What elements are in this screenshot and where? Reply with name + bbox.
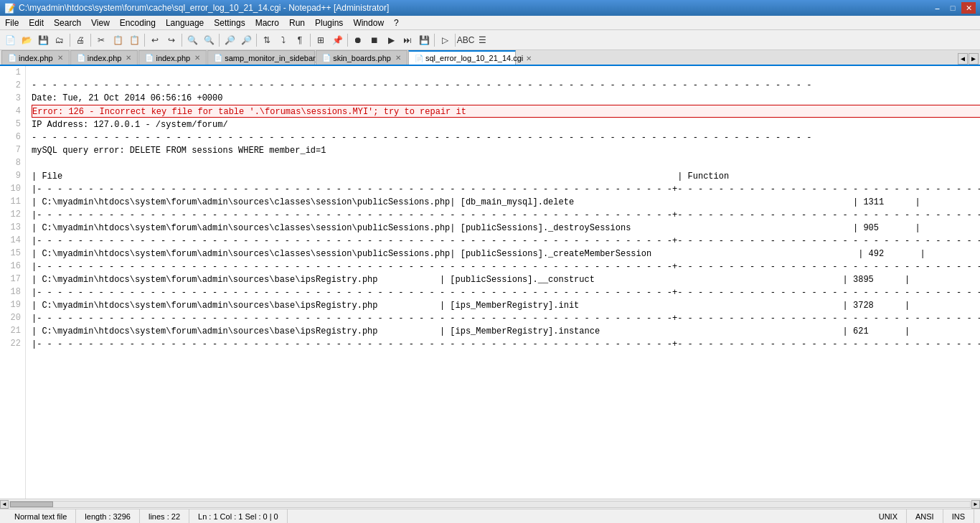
menu-item-edit[interactable]: Edit bbox=[24, 16, 49, 29]
open-button[interactable]: 📂 bbox=[19, 32, 34, 48]
print-button[interactable]: 🖨 bbox=[72, 32, 88, 48]
paste-button[interactable]: 📋 bbox=[126, 32, 142, 48]
tab-icon: 📄 bbox=[8, 54, 17, 62]
macro-stop-button[interactable]: ⏹ bbox=[367, 32, 382, 48]
toolbar-sep-1 bbox=[70, 34, 70, 47]
function-list-button[interactable]: ☰ bbox=[474, 32, 490, 48]
menu-item-encoding[interactable]: Encoding bbox=[115, 16, 161, 29]
macro-run-button[interactable]: ⏭ bbox=[400, 32, 415, 48]
tab-next-button[interactable]: ▶ bbox=[969, 53, 979, 65]
tab-icon: 📄 bbox=[77, 54, 85, 62]
macro-save-button[interactable]: 💾 bbox=[416, 32, 432, 48]
app-icon: 📝 bbox=[4, 3, 16, 14]
horizontal-scrollbar[interactable]: ◀ ▶ bbox=[0, 499, 980, 509]
toolbar-sep-5 bbox=[219, 34, 220, 47]
statusbar: Normal text file length : 3296 lines : 2… bbox=[0, 509, 980, 523]
titlebar-title: C:\myadmin\htdocs\system\forum\cache\sql… bbox=[19, 3, 389, 13]
minimize-button[interactable]: ‒ bbox=[930, 2, 944, 14]
menu-item-view[interactable]: View bbox=[86, 16, 115, 29]
tab-label: skin_boards.php bbox=[333, 54, 391, 62]
lines-status: lines : 22 bbox=[140, 509, 189, 523]
tab-icon: 📄 bbox=[145, 54, 154, 62]
find-button[interactable]: 🔍 bbox=[184, 32, 200, 48]
menu-item-language[interactable]: Language bbox=[161, 16, 209, 29]
tab-sql-error-log[interactable]: 📄 sql_error_log_10_21_14.cgi ✕ bbox=[408, 50, 516, 65]
post-it-button[interactable]: 📌 bbox=[329, 32, 345, 48]
code-content[interactable]: - - - - - - - - - - - - - - - - - - - - … bbox=[26, 66, 980, 499]
macro-record-button[interactable]: ⏺ bbox=[350, 32, 366, 48]
copy-button[interactable]: 📋 bbox=[110, 32, 126, 48]
scrollbar-track[interactable] bbox=[9, 501, 971, 508]
tab-index-1[interactable]: 📄 index.php ✕ bbox=[1, 50, 70, 65]
tab-skin-boards[interactable]: 📄 skin_boards.php ✕ bbox=[316, 50, 407, 65]
tab-close-3[interactable]: ✕ bbox=[193, 54, 202, 62]
scroll-left-button[interactable]: ◀ bbox=[0, 500, 9, 509]
code-line-17: | C:\myadmin\htdocs\system\forum\admin\s… bbox=[32, 273, 980, 286]
new-button[interactable]: 📄 bbox=[2, 32, 18, 48]
tab-index-2[interactable]: 📄 index.php ✕ bbox=[70, 50, 138, 65]
restore-button[interactable]: □ bbox=[946, 2, 960, 14]
scrollbar-thumb[interactable] bbox=[10, 501, 53, 507]
close-button[interactable]: ✕ bbox=[961, 2, 976, 14]
menu-item-plugins[interactable]: Plugins bbox=[310, 16, 348, 29]
line-number-column: 12345678910111213141516171819202122 bbox=[0, 66, 26, 499]
save-button[interactable]: 💾 bbox=[35, 32, 51, 48]
tab-close-1[interactable]: ✕ bbox=[56, 54, 65, 62]
titlebar: 📝 C:\myadmin\htdocs\system\forum\cache\s… bbox=[0, 0, 980, 16]
tab-prev-button[interactable]: ◀ bbox=[958, 53, 968, 65]
encoding-status: ANSI bbox=[907, 509, 943, 523]
tab-close-6[interactable]: ✕ bbox=[526, 54, 532, 62]
redo-button[interactable]: ↪ bbox=[164, 32, 179, 48]
tab-samp-monitor[interactable]: 📄 samp_monitor_in_sidebar_block.xml ✕ bbox=[207, 50, 315, 65]
code-line-13: | C:\myadmin\htdocs\system\forum\admin\s… bbox=[32, 222, 980, 235]
code-line-8 bbox=[32, 157, 980, 170]
tab-icon: 📄 bbox=[214, 54, 222, 62]
macro-play-button[interactable]: ▶ bbox=[383, 32, 399, 48]
toolbar-sep-6 bbox=[256, 34, 257, 47]
tab-icon: 📄 bbox=[322, 54, 331, 62]
replace-button[interactable]: 🔍 bbox=[201, 32, 217, 48]
fullscreen-button[interactable]: ⊞ bbox=[313, 32, 329, 48]
word-wrap-button[interactable]: ⤵ bbox=[275, 32, 291, 48]
zoom-in-button[interactable]: 🔎 bbox=[222, 32, 237, 48]
toolbar-sep-10 bbox=[455, 34, 456, 47]
save-all-button[interactable]: 🗂 bbox=[52, 32, 67, 48]
sync-scroll-button[interactable]: ⇅ bbox=[259, 32, 275, 48]
tab-nav: ◀ ▶ bbox=[958, 53, 980, 65]
spell-check-button[interactable]: ABC bbox=[458, 32, 473, 48]
code-line-19: | C:\myadmin\htdocs\system\forum\admin\s… bbox=[32, 299, 980, 312]
undo-button[interactable]: ↩ bbox=[147, 32, 163, 48]
code-line-1 bbox=[32, 66, 980, 79]
menu-item-file[interactable]: File bbox=[0, 16, 24, 29]
code-line-20: |- - - - - - - - - - - - - - - - - - - -… bbox=[32, 312, 980, 325]
code-line-16: |- - - - - - - - - - - - - - - - - - - -… bbox=[32, 260, 980, 273]
menu-item-?[interactable]: ? bbox=[389, 16, 404, 29]
code-line-18: |- - - - - - - - - - - - - - - - - - - -… bbox=[32, 286, 980, 299]
code-area[interactable]: 12345678910111213141516171819202122- - -… bbox=[0, 66, 980, 499]
tab-label: index.php bbox=[19, 54, 53, 62]
menu-item-search[interactable]: Search bbox=[49, 16, 86, 29]
menu-item-run[interactable]: Run bbox=[284, 16, 310, 29]
menu-item-window[interactable]: Window bbox=[348, 16, 389, 29]
code-line-3: Date: Tue, 21 Oct 2014 06:56:16 +0000 bbox=[32, 92, 980, 105]
tab-index-3[interactable]: 📄 index.php ✕ bbox=[138, 50, 207, 65]
code-line-2: - - - - - - - - - - - - - - - - - - - - … bbox=[32, 79, 980, 92]
menu-item-settings[interactable]: Settings bbox=[209, 16, 250, 29]
editor-container: 12345678910111213141516171819202122- - -… bbox=[0, 66, 980, 499]
ins-status: INS bbox=[943, 509, 974, 523]
code-line-11: | C:\myadmin\htdocs\system\forum\admin\s… bbox=[32, 196, 980, 209]
tab-close-5[interactable]: ✕ bbox=[394, 54, 402, 62]
toolbar-sep-7 bbox=[310, 34, 311, 47]
zoom-out-button[interactable]: 🔎 bbox=[238, 32, 254, 48]
scroll-right-button[interactable]: ▶ bbox=[971, 500, 980, 509]
code-line-7: mySQL query error: DELETE FROM sessions … bbox=[32, 144, 980, 157]
tab-icon: 📄 bbox=[415, 55, 423, 62]
toolbar-sep-9 bbox=[434, 34, 435, 47]
all-chars-button[interactable]: ¶ bbox=[292, 32, 308, 48]
code-line-22: |- - - - - - - - - - - - - - - - - - - -… bbox=[32, 338, 980, 351]
tab-close-2[interactable]: ✕ bbox=[124, 54, 133, 62]
toolbar-sep-3 bbox=[144, 34, 145, 47]
cut-button[interactable]: ✂ bbox=[93, 32, 109, 48]
menu-item-macro[interactable]: Macro bbox=[250, 16, 284, 29]
run-button[interactable]: ▷ bbox=[437, 32, 453, 48]
